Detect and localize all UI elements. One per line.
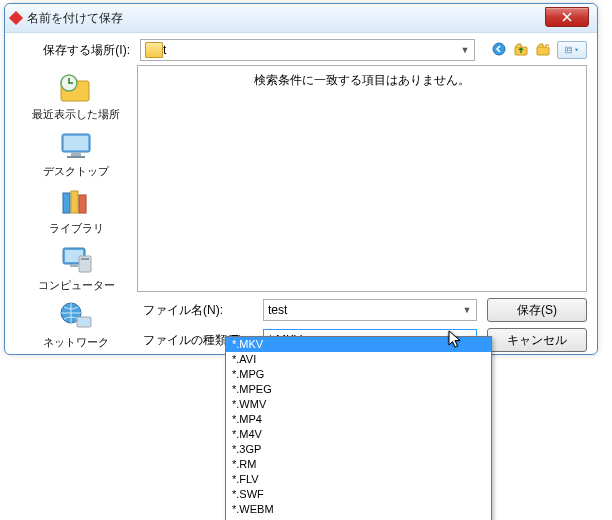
filetype-option[interactable]: *.SWF	[226, 487, 491, 502]
svg-rect-6	[567, 48, 568, 49]
place-network[interactable]: ネットワーク	[15, 295, 137, 352]
filetype-option[interactable]: *.FLV	[226, 472, 491, 487]
svg-rect-13	[64, 136, 88, 150]
filetype-option[interactable]: *.RM	[226, 457, 491, 472]
toolbar: ✦	[491, 41, 587, 59]
file-list[interactable]: 検索条件に一致する項目はありません。	[137, 65, 587, 292]
place-recent[interactable]: 最近表示した場所	[15, 67, 137, 124]
place-label: コンピューター	[38, 278, 115, 293]
cancel-button[interactable]: キャンセル	[487, 328, 587, 352]
place-label: ライブラリ	[49, 221, 104, 236]
filename-row: ファイル名(N): test ▼ 保存(S)	[137, 298, 587, 322]
place-label: ネットワーク	[43, 335, 109, 350]
place-desktop[interactable]: デスクトップ	[15, 124, 137, 181]
svg-point-0	[493, 43, 505, 55]
back-icon[interactable]	[491, 41, 507, 57]
filetype-option[interactable]: *.3GP	[226, 442, 491, 457]
svg-rect-26	[79, 319, 89, 325]
new-folder-icon[interactable]: ✦	[535, 41, 551, 57]
filetype-option[interactable]: *.WEBM	[226, 502, 491, 517]
app-diamond-icon	[9, 11, 23, 25]
window-title: 名前を付けて保存	[27, 10, 123, 27]
svg-rect-15	[67, 156, 85, 158]
place-libraries[interactable]: ライブラリ	[15, 181, 137, 238]
location-label: 保存する場所(I):	[15, 42, 134, 59]
filetype-dropdown[interactable]: *.MKV*.AVI*.MPG*.MPEG*.WMV*.MP4*.M4V*.3G…	[225, 336, 492, 520]
chevron-down-icon[interactable]: ▼	[458, 300, 476, 320]
svg-rect-21	[70, 264, 78, 267]
place-computer[interactable]: コンピューター	[15, 238, 137, 295]
svg-rect-7	[569, 48, 571, 49]
svg-rect-16	[63, 193, 70, 213]
empty-message: 検索条件に一致する項目はありません。	[138, 72, 586, 89]
computer-icon	[56, 242, 96, 276]
svg-rect-18	[79, 195, 86, 213]
svg-rect-14	[71, 152, 81, 156]
chevron-down-icon[interactable]: ▼	[456, 40, 474, 60]
view-menu-icon[interactable]	[557, 41, 587, 59]
filetype-option[interactable]: *.MKV	[226, 337, 491, 352]
save-button[interactable]: 保存(S)	[487, 298, 587, 322]
filetype-option[interactable]: *.AVI	[226, 352, 491, 367]
svg-rect-23	[81, 258, 89, 260]
titlebar[interactable]: 名前を付けて保存	[5, 4, 597, 33]
location-combo[interactable]: t ▼	[140, 39, 475, 61]
folder-icon	[145, 42, 163, 58]
places-bar: 最近表示した場所 デスクトップ ライブラリ	[15, 65, 137, 352]
svg-rect-9	[569, 50, 571, 51]
save-as-dialog: 名前を付けて保存 保存する場所(I): t ▼ ✦	[4, 3, 598, 355]
filename-label: ファイル名(N):	[137, 302, 263, 319]
filetype-option[interactable]: *.WMV	[226, 397, 491, 412]
svg-rect-8	[567, 50, 568, 51]
place-label: デスクトップ	[43, 164, 109, 179]
close-button[interactable]	[545, 7, 589, 27]
svg-rect-17	[71, 191, 78, 213]
filetype-option[interactable]: *.MP4	[226, 412, 491, 427]
libraries-icon	[56, 185, 96, 219]
filetype-option[interactable]: *.MPG	[226, 367, 491, 382]
network-icon	[56, 299, 96, 333]
filetype-option[interactable]: *.MPEG	[226, 382, 491, 397]
filetype-option[interactable]: *.M4V	[226, 427, 491, 442]
place-label: 最近表示した場所	[32, 107, 120, 122]
recent-icon	[56, 71, 96, 105]
desktop-icon	[56, 128, 96, 162]
up-folder-icon[interactable]	[513, 41, 529, 57]
filename-value: test	[268, 303, 287, 317]
close-icon	[562, 12, 572, 22]
location-value: t	[163, 43, 166, 57]
filename-input[interactable]: test ▼	[263, 299, 477, 321]
location-row: 保存する場所(I): t ▼ ✦	[15, 39, 587, 61]
